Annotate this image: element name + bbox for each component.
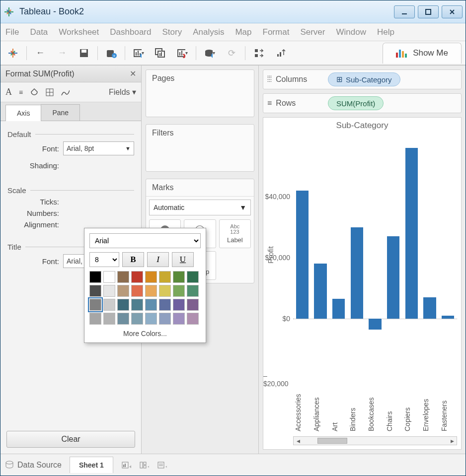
color-swatch[interactable] bbox=[159, 285, 171, 297]
bar[interactable] bbox=[405, 148, 418, 319]
forward-button[interactable]: → bbox=[54, 45, 71, 62]
refresh-button[interactable]: ⟳ bbox=[223, 45, 240, 62]
duplicate-sheet-button[interactable] bbox=[152, 45, 169, 62]
bar[interactable] bbox=[442, 316, 455, 319]
color-swatch[interactable] bbox=[187, 271, 199, 283]
color-swatch[interactable] bbox=[187, 313, 199, 325]
color-swatch[interactable] bbox=[117, 313, 129, 325]
bar[interactable] bbox=[351, 227, 364, 319]
columns-shelf[interactable]: ⦙⦙⦙Columns ⊞Sub-Category bbox=[263, 69, 462, 89]
color-swatch[interactable] bbox=[187, 299, 199, 311]
color-swatch[interactable] bbox=[89, 271, 101, 283]
bold-button[interactable]: B bbox=[122, 252, 144, 267]
menu-format[interactable]: Format bbox=[263, 27, 290, 37]
color-swatch[interactable] bbox=[103, 285, 115, 297]
data-source-tab[interactable]: Data Source bbox=[5, 461, 62, 470]
back-button[interactable]: ← bbox=[32, 45, 49, 62]
close-button[interactable] bbox=[442, 5, 463, 18]
color-swatch[interactable] bbox=[173, 285, 185, 297]
color-swatch[interactable] bbox=[89, 313, 101, 325]
menu-data[interactable]: Data bbox=[30, 27, 48, 37]
color-swatch[interactable] bbox=[145, 271, 157, 283]
color-swatch[interactable] bbox=[159, 313, 171, 325]
bar[interactable] bbox=[387, 236, 400, 319]
menu-story[interactable]: Story bbox=[162, 27, 182, 37]
color-swatch[interactable] bbox=[173, 299, 185, 311]
clear-sheet-button[interactable]: ▾ bbox=[174, 45, 191, 62]
marks-type-dropdown[interactable]: Automatic ▼ bbox=[149, 200, 251, 215]
tableau-logo-icon[interactable] bbox=[4, 45, 21, 62]
color-swatch[interactable] bbox=[103, 271, 115, 283]
columns-pill[interactable]: ⊞Sub-Category bbox=[328, 72, 400, 86]
color-swatch[interactable] bbox=[89, 285, 101, 297]
color-swatch[interactable] bbox=[159, 299, 171, 311]
marks-label-button[interactable]: Abc123Label bbox=[219, 219, 251, 248]
menu-server[interactable]: Server bbox=[300, 27, 325, 37]
bar[interactable] bbox=[332, 299, 345, 319]
new-story-tab[interactable]: + bbox=[157, 461, 167, 470]
font-dropdown[interactable]: Arial, 8pt▼ bbox=[63, 141, 134, 155]
menu-worksheet[interactable]: Worksheet bbox=[59, 27, 99, 37]
font-type-icon[interactable]: A bbox=[5, 87, 12, 97]
scroll-left-button[interactable]: ◂ bbox=[294, 437, 303, 445]
color-swatch[interactable] bbox=[173, 313, 185, 325]
lines-type-icon[interactable] bbox=[61, 88, 70, 96]
swap-button[interactable] bbox=[250, 45, 267, 62]
new-worksheet-button[interactable]: + ▾ bbox=[130, 45, 147, 62]
new-worksheet-tab[interactable]: + bbox=[121, 461, 131, 470]
sheet1-tab[interactable]: Sheet 1 bbox=[70, 457, 113, 473]
underline-button[interactable]: U bbox=[172, 252, 194, 267]
minimize-button[interactable] bbox=[394, 5, 415, 18]
tab-axis[interactable]: Axis bbox=[5, 105, 41, 121]
filters-shelf[interactable]: Filters bbox=[146, 124, 254, 172]
font-family-select[interactable]: Arial bbox=[89, 233, 201, 248]
color-swatch[interactable] bbox=[117, 299, 129, 311]
tab-pane[interactable]: Pane bbox=[41, 104, 80, 121]
menu-help[interactable]: Help bbox=[377, 27, 394, 37]
horizontal-scrollbar[interactable]: ◂ ▸ bbox=[293, 436, 457, 445]
color-swatch[interactable] bbox=[131, 285, 143, 297]
fields-dropdown[interactable]: Fields ▾ bbox=[109, 87, 136, 97]
menu-analysis[interactable]: Analysis bbox=[193, 27, 224, 37]
menu-window[interactable]: Window bbox=[336, 27, 366, 37]
color-swatch[interactable] bbox=[89, 299, 101, 311]
color-swatch[interactable] bbox=[103, 299, 115, 311]
show-me-button[interactable]: Show Me bbox=[383, 43, 462, 64]
scroll-right-button[interactable]: ▸ bbox=[448, 437, 457, 445]
new-data-button[interactable]: + bbox=[103, 45, 120, 62]
color-swatch[interactable] bbox=[131, 313, 143, 325]
color-swatch[interactable] bbox=[159, 271, 171, 283]
rows-pill[interactable]: SUM(Profit) bbox=[328, 96, 384, 110]
menu-file[interactable]: File bbox=[5, 27, 19, 37]
bar[interactable] bbox=[314, 264, 327, 319]
scroll-thumb[interactable] bbox=[317, 438, 347, 444]
connect-data-button[interactable]: + ▾ bbox=[201, 45, 218, 62]
bar[interactable] bbox=[423, 297, 436, 319]
color-swatch[interactable] bbox=[145, 299, 157, 311]
menu-dashboard[interactable]: Dashboard bbox=[110, 27, 151, 37]
italic-button[interactable]: I bbox=[147, 252, 169, 267]
menu-map[interactable]: Map bbox=[235, 27, 251, 37]
bar[interactable] bbox=[369, 319, 382, 330]
alignment-type-icon[interactable]: ≡ bbox=[19, 88, 23, 96]
color-swatch[interactable] bbox=[145, 285, 157, 297]
clear-button[interactable]: Clear bbox=[6, 431, 135, 448]
new-dashboard-tab[interactable]: + bbox=[139, 461, 149, 470]
color-swatch[interactable] bbox=[117, 285, 129, 297]
sort-asc-button[interactable] bbox=[272, 45, 289, 62]
color-swatch[interactable] bbox=[145, 313, 157, 325]
maximize-button[interactable] bbox=[418, 5, 439, 18]
color-swatch[interactable] bbox=[131, 299, 143, 311]
pages-shelf[interactable]: Pages bbox=[146, 69, 254, 117]
more-colors-link[interactable]: More Colors... bbox=[89, 330, 201, 338]
color-swatch[interactable] bbox=[173, 271, 185, 283]
color-swatch[interactable] bbox=[131, 271, 143, 283]
rows-shelf[interactable]: ≡Rows SUM(Profit) bbox=[263, 93, 462, 113]
font-size-select[interactable]: 8 bbox=[89, 252, 119, 267]
bar[interactable] bbox=[296, 191, 309, 319]
save-button[interactable] bbox=[76, 45, 92, 62]
shading-type-icon[interactable] bbox=[30, 88, 39, 97]
color-swatch[interactable] bbox=[117, 271, 129, 283]
color-swatch[interactable] bbox=[103, 313, 115, 325]
borders-type-icon[interactable] bbox=[46, 88, 54, 96]
